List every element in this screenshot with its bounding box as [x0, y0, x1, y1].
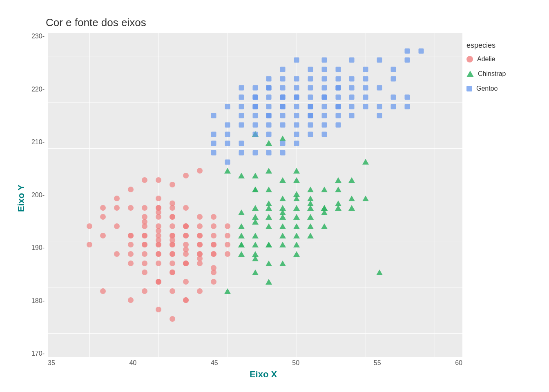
adelie-point	[170, 316, 175, 322]
gentoo-point	[308, 113, 313, 118]
adelie-point	[197, 168, 203, 174]
gentoo-point	[335, 85, 341, 91]
adelie-point	[128, 233, 134, 238]
adelie-point	[183, 279, 189, 285]
plot-area	[48, 33, 462, 357]
gentoo-point	[349, 113, 355, 118]
adelie-point	[225, 223, 230, 229]
adelie-point	[211, 251, 216, 257]
gentoo-point	[294, 58, 299, 63]
legend-item-adelie: Adelie	[466, 56, 495, 63]
gentoo-point	[225, 159, 230, 165]
chinstrap-point	[348, 205, 355, 211]
chinstrap-point	[348, 196, 355, 201]
adelie-point	[170, 261, 175, 266]
gentoo-point	[404, 58, 410, 63]
chinstrap-point	[266, 242, 272, 247]
gentoo-square-icon	[466, 86, 472, 91]
chinstrap-point	[266, 279, 272, 285]
grid-line-h	[48, 56, 462, 56]
chinstrap-point	[279, 242, 286, 247]
gentoo-point	[335, 76, 341, 81]
adelie-point	[114, 251, 120, 257]
gentoo-point	[321, 58, 327, 63]
grid-line-h	[48, 195, 462, 195]
x-tick: 60	[455, 359, 462, 367]
chinstrap-point	[279, 196, 286, 201]
adelie-point	[170, 223, 175, 229]
gentoo-point	[266, 76, 272, 81]
adelie-point	[114, 196, 120, 201]
adelie-point	[156, 251, 161, 257]
gentoo-point	[363, 67, 368, 72]
adelie-point	[156, 228, 161, 234]
gentoo-point	[308, 131, 313, 137]
adelie-point	[225, 242, 230, 247]
adelie-point	[211, 233, 216, 238]
x-tick: 40	[129, 359, 136, 367]
gentoo-point	[308, 85, 313, 91]
legend-label-chinstrap: Chinstrap	[478, 70, 506, 78]
adelie-point	[211, 242, 216, 247]
adelie-point	[211, 279, 216, 285]
chart-title: Cor e fonte dos eixos	[46, 16, 536, 29]
gentoo-point	[266, 122, 272, 127]
chinstrap-point	[252, 219, 259, 225]
y-tick: 210-	[31, 139, 45, 145]
gentoo-point	[321, 131, 327, 137]
legend-symbol-chinstrap	[466, 71, 474, 77]
adelie-point	[183, 297, 189, 303]
gentoo-point	[211, 131, 216, 137]
legend-symbol-adelie	[466, 56, 473, 62]
gentoo-point	[349, 94, 355, 100]
chinstrap-point	[266, 261, 272, 266]
y-tick: 170-	[31, 350, 45, 357]
chinstrap-point	[252, 187, 259, 192]
adelie-point	[142, 251, 147, 257]
chinstrap-point	[252, 256, 259, 261]
adelie-point	[183, 205, 189, 211]
chinstrap-point	[307, 233, 314, 238]
gentoo-point	[391, 104, 396, 109]
gentoo-point	[225, 104, 230, 109]
adelie-point	[170, 200, 175, 206]
chinstrap-point	[266, 223, 272, 229]
adelie-point	[128, 261, 134, 266]
gentoo-point	[308, 67, 313, 72]
adelie-point	[142, 214, 147, 220]
chinstrap-point	[362, 196, 369, 201]
gentoo-point	[252, 85, 258, 91]
gentoo-point	[280, 122, 286, 127]
gentoo-point	[211, 141, 216, 146]
chinstrap-point	[224, 168, 231, 174]
chinstrap-point	[293, 223, 300, 229]
gentoo-point	[294, 94, 299, 100]
gentoo-point	[321, 113, 327, 118]
gentoo-point	[252, 104, 258, 109]
adelie-point	[156, 279, 161, 285]
gentoo-point	[280, 67, 286, 72]
grid-line-h	[48, 287, 462, 287]
gentoo-point	[266, 113, 272, 118]
chinstrap-triangle-icon	[466, 71, 474, 77]
gentoo-point	[252, 113, 258, 118]
gentoo-point	[252, 94, 258, 100]
y-tick: 220-	[31, 86, 45, 93]
gentoo-point	[308, 104, 313, 109]
adelie-point	[170, 270, 175, 275]
gentoo-point	[239, 104, 244, 109]
grid-line-h	[48, 241, 462, 241]
adelie-point	[170, 251, 175, 257]
adelie-point	[87, 223, 92, 229]
adelie-point	[197, 242, 203, 247]
chinstrap-point	[348, 177, 355, 183]
gentoo-point	[349, 58, 355, 63]
chinstrap-point	[238, 233, 245, 238]
chinstrap-point	[238, 242, 245, 247]
x-tick: 35	[48, 359, 55, 367]
grid-line-v	[435, 33, 435, 357]
chinstrap-point	[252, 233, 259, 238]
chinstrap-point	[335, 200, 341, 206]
chinstrap-point	[293, 191, 300, 197]
legend: especies Adelie Chinstrap	[462, 33, 536, 357]
